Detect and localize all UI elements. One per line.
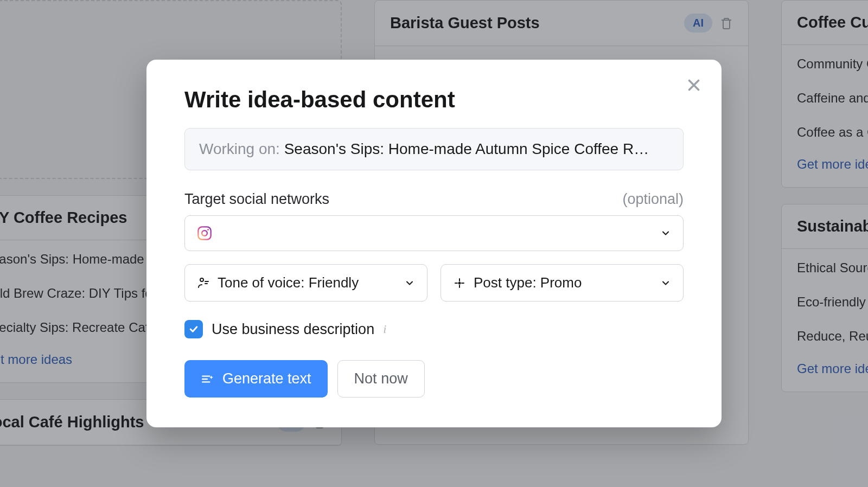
svg-point-4 <box>459 282 461 284</box>
post-type-select[interactable]: Post type: Promo <box>441 264 684 302</box>
chevron-down-icon <box>660 278 671 289</box>
tone-of-voice-select[interactable]: Tone of voice: Friendly <box>184 264 427 302</box>
svg-point-2 <box>207 229 209 230</box>
working-on-prefix: Working on: <box>199 140 284 157</box>
chevron-down-icon <box>404 278 415 289</box>
svg-rect-0 <box>198 227 210 239</box>
post-type-value: Promo <box>540 274 582 291</box>
target-networks-select[interactable] <box>184 215 684 251</box>
post-type-prefix: Post type: <box>474 274 540 291</box>
working-on-value: Season's Sips: Home-made Autumn Spice Co… <box>284 140 649 157</box>
tone-prefix: Tone of voice: <box>218 274 309 291</box>
not-now-label: Not now <box>354 370 408 387</box>
post-type-icon <box>453 277 466 290</box>
write-idea-modal: Write idea-based content Working on: Sea… <box>146 60 722 427</box>
chevron-down-icon <box>660 228 671 239</box>
modal-overlay: Write idea-based content Working on: Sea… <box>0 0 868 487</box>
svg-point-1 <box>202 230 207 236</box>
tone-value: Friendly <box>309 274 359 291</box>
close-icon[interactable] <box>685 76 703 94</box>
modal-title: Write idea-based content <box>184 87 684 113</box>
generate-label: Generate text <box>222 370 311 387</box>
use-biz-checkbox[interactable] <box>184 320 203 338</box>
instagram-icon <box>197 226 212 241</box>
generate-text-button[interactable]: Generate text <box>184 360 328 398</box>
svg-point-3 <box>200 278 203 281</box>
not-now-button[interactable]: Not now <box>337 360 425 398</box>
working-on-field: Working on: Season's Sips: Home-made Aut… <box>184 128 684 170</box>
info-icon[interactable]: i <box>383 322 386 336</box>
optional-label: (optional) <box>622 191 684 208</box>
target-networks-label: Target social networks <box>184 191 329 208</box>
use-biz-label: Use business description <box>212 321 374 338</box>
tone-icon <box>197 277 210 290</box>
